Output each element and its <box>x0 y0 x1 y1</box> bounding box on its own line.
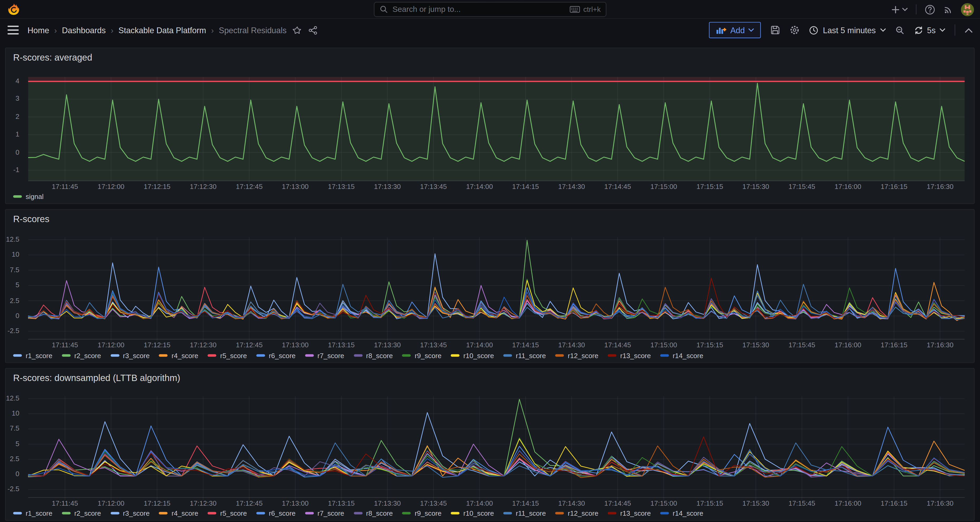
legend-series-label: r8_score <box>366 509 393 517</box>
legend-item[interactable]: r2_score <box>62 509 101 517</box>
y-tick-label: 3 <box>16 95 19 102</box>
legend-item[interactable]: r3_score <box>110 352 150 359</box>
legend-item[interactable]: r14_score <box>660 509 703 517</box>
x-tick-label: 17:13:15 <box>328 499 355 507</box>
legend-item[interactable]: r6_score <box>256 352 296 359</box>
legend-series-color <box>305 512 313 515</box>
x-tick-label: 17:15:45 <box>788 341 815 349</box>
dashboard-settings-button[interactable] <box>790 25 800 35</box>
y-tick-label: 12.5 <box>6 235 19 243</box>
collapse-controls-button[interactable] <box>964 27 973 33</box>
x-axis: 17:11:4517:12:0017:12:1517:12:3017:12:45… <box>28 341 965 350</box>
toolbar-actions: Add Last 5 minutes <box>709 22 973 38</box>
y-tick-label: 5 <box>16 440 19 447</box>
y-tick-label: 10 <box>12 409 19 417</box>
add-panel-icon <box>716 26 727 34</box>
panel-title[interactable]: R-scores: averaged <box>13 53 92 63</box>
x-tick-label: 17:12:30 <box>190 499 216 507</box>
legend-item[interactable]: r5_score <box>208 352 247 359</box>
x-tick-label: 17:12:00 <box>98 499 124 507</box>
legend-series-label: signal <box>25 193 43 201</box>
legend-item[interactable]: r10_score <box>451 509 494 517</box>
legend-series-color <box>62 512 70 515</box>
add-button[interactable]: Add <box>709 22 761 38</box>
keyboard-icon <box>570 6 580 13</box>
legend-item[interactable]: r4_score <box>159 352 198 359</box>
x-tick-label: 17:16:00 <box>834 499 861 507</box>
grafana-logo-icon[interactable] <box>7 3 21 16</box>
panel-r-scores-averaged: R-scores: averaged 43210-1 17:11:4517:12… <box>5 48 975 204</box>
save-icon <box>770 25 781 35</box>
question-circle-icon <box>924 4 935 14</box>
x-tick-label: 17:12:30 <box>190 341 216 349</box>
breadcrumb-home[interactable]: Home <box>28 25 49 35</box>
legend-series-label: r4_score <box>172 352 199 359</box>
x-tick-label: 17:16:30 <box>927 183 954 190</box>
menu-toggle-icon[interactable] <box>8 26 19 34</box>
legend-item[interactable]: r6_score <box>256 509 296 517</box>
time-series-plot[interactable] <box>28 237 965 339</box>
legend-series-label: r9_score <box>415 352 442 359</box>
legend-series-color <box>305 354 313 357</box>
legend-item[interactable]: r2_score <box>62 352 101 359</box>
legend-item[interactable]: r1_score <box>13 352 52 359</box>
panel-title[interactable]: R-scores <box>13 214 49 224</box>
chevron-down-icon <box>749 28 754 32</box>
share-button[interactable] <box>309 25 318 35</box>
x-tick-label: 17:14:30 <box>558 341 585 349</box>
panel-title[interactable]: R-scores: downsampled (LTTB algorithm) <box>13 373 180 383</box>
legend-item[interactable]: r12_score <box>555 509 598 517</box>
y-tick-label: 0 <box>16 148 19 156</box>
legend-item[interactable]: r10_score <box>451 352 494 359</box>
legend-item[interactable]: r3_score <box>110 509 150 517</box>
time-range-picker[interactable]: Last 5 minutes <box>809 25 886 35</box>
refresh-button[interactable] <box>914 25 923 35</box>
y-tick-label: 2.5 <box>10 455 19 463</box>
new-menu-button[interactable] <box>891 5 907 14</box>
x-tick-label: 17:11:45 <box>52 499 78 507</box>
news-button[interactable] <box>943 5 953 14</box>
breadcrumb-dashboards[interactable]: Dashboards <box>62 25 106 35</box>
save-dashboard-button[interactable] <box>770 25 781 35</box>
x-tick-label: 17:12:15 <box>144 341 170 349</box>
search-icon <box>379 5 388 14</box>
time-series-plot[interactable] <box>28 77 965 181</box>
legend-item[interactable]: r4_score <box>159 509 198 517</box>
breadcrumb-folder[interactable]: Stackable Data Platform <box>118 25 206 35</box>
x-tick-label: 17:16:30 <box>927 341 954 349</box>
legend-item[interactable]: r11_score <box>503 352 546 359</box>
favorite-button[interactable] <box>293 25 302 35</box>
x-tick-label: 17:14:30 <box>558 183 585 190</box>
y-tick-label: 4 <box>16 77 19 85</box>
legend-item[interactable]: signal <box>13 193 44 201</box>
legend-item[interactable]: r13_score <box>608 509 651 517</box>
x-tick-label: 17:15:00 <box>651 341 677 349</box>
grafana-app: Search or jump to... ctrl+k <box>0 0 980 522</box>
legend-item[interactable]: r5_score <box>208 509 247 517</box>
legend-item[interactable]: r12_score <box>555 352 598 359</box>
x-tick-label: 17:13:00 <box>282 499 309 507</box>
user-avatar[interactable] <box>961 3 974 16</box>
refresh-interval-label[interactable]: 5s <box>927 25 936 35</box>
legend-item[interactable]: r9_score <box>402 352 441 359</box>
legend-series-label: r10_score <box>463 352 494 359</box>
time-series-plot[interactable] <box>28 396 965 498</box>
legend-series-color <box>660 354 669 357</box>
legend-item[interactable]: r8_score <box>353 509 393 517</box>
legend-item[interactable]: r9_score <box>402 509 441 517</box>
legend-item[interactable]: r7_score <box>305 509 344 517</box>
clock-icon <box>809 25 819 35</box>
y-tick-label: 7.5 <box>10 425 19 432</box>
legend-item[interactable]: r8_score <box>353 352 393 359</box>
legend-series-color <box>353 354 362 357</box>
legend-item[interactable]: r14_score <box>660 352 703 359</box>
zoom-out-button[interactable] <box>895 25 905 35</box>
legend-item[interactable]: r11_score <box>503 509 546 517</box>
search-input[interactable]: Search or jump to... ctrl+k <box>374 2 606 17</box>
search-shortcut: ctrl+k <box>570 6 601 13</box>
help-button[interactable] <box>924 4 935 14</box>
legend-item[interactable]: r7_score <box>305 352 344 359</box>
share-icon <box>309 25 318 35</box>
legend-item[interactable]: r13_score <box>608 352 651 359</box>
legend-item[interactable]: r1_score <box>13 509 52 517</box>
